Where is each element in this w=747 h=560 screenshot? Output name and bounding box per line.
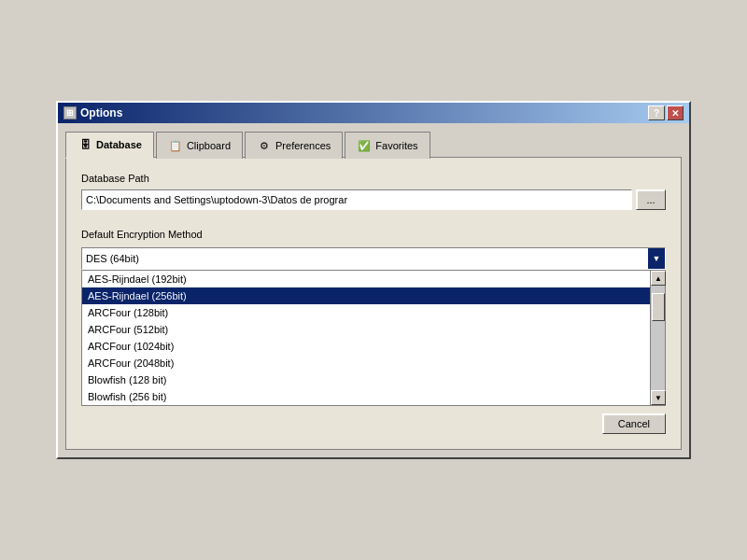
dropdown-arrow-icon: ▼ [648,248,665,269]
dropdown-item-blowfish256[interactable]: Blowfish (256 bit) [82,388,650,405]
window-icon: ⊞ [63,106,77,119]
path-section-label: Database Path [81,173,666,184]
tab-database[interactable]: 🗄 Database [65,132,154,159]
favorites-tab-icon: ✅ [357,138,372,153]
close-button[interactable]: ✕ [667,105,684,120]
window-body: 🗄 Database 📋 Clipboard ⚙ Preferences ✅ F… [58,123,689,457]
selected-method-label: DES (64bit) [86,253,139,264]
scroll-thumb [652,293,665,321]
path-row: ... [81,189,666,210]
tab-clipboard[interactable]: 📋 Clipboard [156,132,243,159]
scrollbar: ▲ ▼ [650,271,665,405]
cancel-button[interactable]: Cancel [602,413,666,434]
titlebar-buttons: ? ✕ [648,105,684,120]
footer-row: Cancel [81,406,666,434]
tab-preferences[interactable]: ⚙ Preferences [245,132,343,159]
preferences-tab-label: Preferences [275,140,331,151]
help-button[interactable]: ? [648,105,665,120]
database-tab-label: Database [96,139,142,150]
cancel-label: ancel [626,418,650,429]
preferences-tab-icon: ⚙ [257,138,272,153]
clipboard-tab-label: Clipboard [187,140,231,151]
dropdown-item-blowfish128[interactable]: Blowfish (128 bit) [82,371,650,388]
options-window: ⊞ Options ? ✕ 🗄 Database 📋 Clipboard ⚙ P… [56,101,691,459]
dropdown-item-arcfour1024[interactable]: ARCFour (1024bit) [82,338,650,355]
dropdown-item-arcfour2048[interactable]: ARCFour (2048bit) [82,355,650,371]
dropdown-item-aes256[interactable]: AES-Rijndael (256bit) [82,287,650,304]
window-title: Options [80,106,122,119]
encryption-section-label: Default Encryption Method [81,229,666,240]
database-tab-icon: 🗄 [78,137,92,152]
scroll-track [651,286,665,390]
browse-button[interactable]: ... [636,189,666,210]
dropdown-items-col: AES-Rijndael (192bit) AES-Rijndael (256b… [82,271,650,405]
encryption-dropdown[interactable]: DES (64bit) ▼ [81,247,666,270]
tabs-bar: 🗄 Database 📋 Clipboard ⚙ Preferences ✅ F… [65,131,682,158]
dropdown-list-wrapper: AES-Rijndael (192bit) AES-Rijndael (256b… [81,270,666,406]
favorites-tab-label: Favorites [375,140,417,151]
clipboard-tab-icon: 📋 [168,138,183,153]
content-area: Database Path ... Default Encryption Met… [65,157,682,450]
scroll-down-button[interactable]: ▼ [651,390,666,405]
dropdown-item-aes192[interactable]: AES-Rijndael (192bit) [82,271,650,287]
scroll-up-button[interactable]: ▲ [651,271,666,286]
titlebar-left: ⊞ Options [63,106,122,119]
titlebar: ⊞ Options ? ✕ [58,103,689,123]
tab-favorites[interactable]: ✅ Favorites [345,132,430,159]
path-input[interactable] [81,189,632,210]
dropdown-item-arcfour128[interactable]: ARCFour (128bit) [82,304,650,321]
dropdown-item-arcfour512[interactable]: ARCFour (512bit) [82,321,650,338]
